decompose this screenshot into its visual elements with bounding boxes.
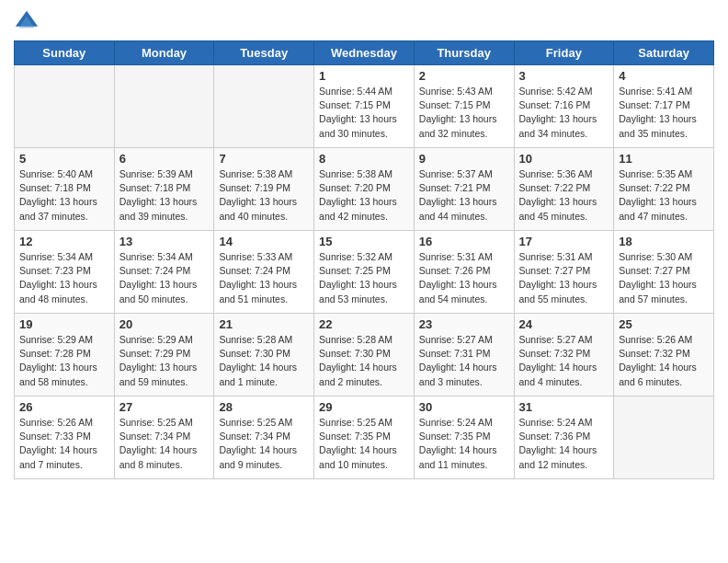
- calendar-cell: 6Sunrise: 5:39 AMSunset: 7:18 PMDaylight…: [114, 148, 214, 231]
- calendar-cell: [214, 65, 314, 148]
- day-info: Sunrise: 5:24 AMSunset: 7:35 PMDaylight:…: [419, 416, 509, 472]
- calendar-cell: 31Sunrise: 5:24 AMSunset: 7:36 PMDayligh…: [514, 396, 614, 479]
- day-number: 30: [419, 400, 509, 414]
- day-number: 9: [419, 152, 509, 166]
- calendar-cell: [15, 65, 115, 148]
- calendar-day-header: Friday: [514, 41, 614, 65]
- day-info: Sunrise: 5:26 AMSunset: 7:32 PMDaylight:…: [619, 333, 709, 389]
- calendar-day-header: Monday: [114, 41, 214, 65]
- day-info: Sunrise: 5:34 AMSunset: 7:24 PMDaylight:…: [119, 250, 210, 306]
- calendar-cell: [114, 65, 214, 148]
- day-number: 1: [319, 69, 409, 83]
- calendar-cell: 30Sunrise: 5:24 AMSunset: 7:35 PMDayligh…: [414, 396, 514, 479]
- day-info: Sunrise: 5:38 AMSunset: 7:20 PMDaylight:…: [319, 167, 409, 224]
- calendar-cell: 26Sunrise: 5:26 AMSunset: 7:33 PMDayligh…: [15, 396, 115, 479]
- logo-icon: [14, 9, 40, 35]
- day-info: Sunrise: 5:38 AMSunset: 7:19 PMDaylight:…: [219, 167, 309, 224]
- calendar-week-row: 26Sunrise: 5:26 AMSunset: 7:33 PMDayligh…: [15, 396, 714, 479]
- day-info: Sunrise: 5:33 AMSunset: 7:24 PMDaylight:…: [219, 250, 309, 306]
- day-number: 6: [119, 152, 210, 166]
- day-number: 10: [519, 152, 609, 166]
- day-info: Sunrise: 5:31 AMSunset: 7:26 PMDaylight:…: [419, 250, 509, 306]
- calendar-day-header: Saturday: [614, 41, 714, 65]
- day-number: 4: [619, 69, 709, 83]
- day-info: Sunrise: 5:25 AMSunset: 7:35 PMDaylight:…: [319, 416, 409, 472]
- day-info: Sunrise: 5:25 AMSunset: 7:34 PMDaylight:…: [119, 416, 210, 472]
- calendar-day-header: Wednesday: [314, 41, 415, 65]
- day-number: 17: [519, 235, 609, 248]
- day-number: 26: [19, 400, 109, 414]
- day-number: 22: [319, 317, 409, 331]
- day-info: Sunrise: 5:41 AMSunset: 7:17 PMDaylight:…: [619, 85, 709, 141]
- calendar-cell: 9Sunrise: 5:37 AMSunset: 7:21 PMDaylight…: [414, 148, 514, 231]
- calendar-day-header: Tuesday: [214, 41, 314, 65]
- day-info: Sunrise: 5:39 AMSunset: 7:18 PMDaylight:…: [119, 167, 210, 224]
- day-number: 31: [519, 400, 609, 414]
- calendar-week-row: 5Sunrise: 5:40 AMSunset: 7:18 PMDaylight…: [15, 148, 714, 231]
- calendar-cell: 17Sunrise: 5:31 AMSunset: 7:27 PMDayligh…: [514, 231, 614, 314]
- calendar-day-header: Sunday: [15, 41, 115, 65]
- day-number: 14: [219, 235, 309, 248]
- day-number: 12: [19, 235, 109, 248]
- calendar-cell: 16Sunrise: 5:31 AMSunset: 7:26 PMDayligh…: [414, 231, 514, 314]
- calendar-cell: 5Sunrise: 5:40 AMSunset: 7:18 PMDaylight…: [15, 148, 115, 231]
- day-info: Sunrise: 5:26 AMSunset: 7:33 PMDaylight:…: [19, 416, 109, 472]
- day-info: Sunrise: 5:44 AMSunset: 7:15 PMDaylight:…: [319, 85, 409, 141]
- calendar-cell: 2Sunrise: 5:43 AMSunset: 7:15 PMDaylight…: [414, 65, 514, 148]
- calendar-cell: 28Sunrise: 5:25 AMSunset: 7:34 PMDayligh…: [214, 396, 314, 479]
- calendar-cell: 18Sunrise: 5:30 AMSunset: 7:27 PMDayligh…: [614, 231, 714, 314]
- calendar-cell: 3Sunrise: 5:42 AMSunset: 7:16 PMDaylight…: [514, 65, 614, 148]
- calendar-cell: 13Sunrise: 5:34 AMSunset: 7:24 PMDayligh…: [114, 231, 214, 314]
- day-info: Sunrise: 5:32 AMSunset: 7:25 PMDaylight:…: [319, 250, 409, 306]
- day-info: Sunrise: 5:28 AMSunset: 7:30 PMDaylight:…: [219, 333, 309, 389]
- day-number: 20: [119, 317, 210, 331]
- day-info: Sunrise: 5:40 AMSunset: 7:18 PMDaylight:…: [19, 167, 109, 224]
- calendar-cell: 29Sunrise: 5:25 AMSunset: 7:35 PMDayligh…: [314, 396, 415, 479]
- day-number: 5: [19, 152, 109, 166]
- calendar-cell: [614, 396, 714, 479]
- calendar-cell: 20Sunrise: 5:29 AMSunset: 7:29 PMDayligh…: [114, 314, 214, 396]
- day-number: 2: [419, 69, 509, 83]
- calendar-body: 1Sunrise: 5:44 AMSunset: 7:15 PMDaylight…: [15, 65, 714, 479]
- day-info: Sunrise: 5:27 AMSunset: 7:32 PMDaylight:…: [519, 333, 609, 389]
- day-number: 21: [219, 317, 309, 331]
- day-number: 16: [419, 235, 509, 248]
- day-info: Sunrise: 5:37 AMSunset: 7:21 PMDaylight:…: [419, 167, 509, 224]
- calendar-cell: 23Sunrise: 5:27 AMSunset: 7:31 PMDayligh…: [414, 314, 514, 396]
- calendar-cell: 24Sunrise: 5:27 AMSunset: 7:32 PMDayligh…: [514, 314, 614, 396]
- calendar-cell: 10Sunrise: 5:36 AMSunset: 7:22 PMDayligh…: [514, 148, 614, 231]
- day-info: Sunrise: 5:27 AMSunset: 7:31 PMDaylight:…: [419, 333, 509, 389]
- day-info: Sunrise: 5:30 AMSunset: 7:27 PMDaylight:…: [619, 250, 709, 306]
- day-info: Sunrise: 5:36 AMSunset: 7:22 PMDaylight:…: [519, 167, 609, 224]
- calendar-cell: 27Sunrise: 5:25 AMSunset: 7:34 PMDayligh…: [114, 396, 214, 479]
- day-number: 23: [419, 317, 509, 331]
- calendar-header-row: SundayMondayTuesdayWednesdayThursdayFrid…: [15, 41, 714, 65]
- page-header: [14, 9, 714, 35]
- day-number: 13: [119, 235, 210, 248]
- calendar-cell: 11Sunrise: 5:35 AMSunset: 7:22 PMDayligh…: [614, 148, 714, 231]
- day-info: Sunrise: 5:24 AMSunset: 7:36 PMDaylight:…: [519, 416, 609, 472]
- calendar-cell: 15Sunrise: 5:32 AMSunset: 7:25 PMDayligh…: [314, 231, 415, 314]
- calendar-cell: 14Sunrise: 5:33 AMSunset: 7:24 PMDayligh…: [214, 231, 314, 314]
- day-info: Sunrise: 5:42 AMSunset: 7:16 PMDaylight:…: [519, 85, 609, 141]
- day-info: Sunrise: 5:35 AMSunset: 7:22 PMDaylight:…: [619, 167, 709, 224]
- calendar-week-row: 1Sunrise: 5:44 AMSunset: 7:15 PMDaylight…: [15, 65, 714, 148]
- day-number: 8: [319, 152, 409, 166]
- day-number: 11: [619, 152, 709, 166]
- calendar-cell: 25Sunrise: 5:26 AMSunset: 7:32 PMDayligh…: [614, 314, 714, 396]
- day-number: 25: [619, 317, 709, 331]
- calendar-cell: 12Sunrise: 5:34 AMSunset: 7:23 PMDayligh…: [15, 231, 115, 314]
- calendar-day-header: Thursday: [414, 41, 514, 65]
- day-info: Sunrise: 5:28 AMSunset: 7:30 PMDaylight:…: [319, 333, 409, 389]
- calendar-cell: 8Sunrise: 5:38 AMSunset: 7:20 PMDaylight…: [314, 148, 415, 231]
- day-number: 19: [19, 317, 109, 331]
- day-info: Sunrise: 5:31 AMSunset: 7:27 PMDaylight:…: [519, 250, 609, 306]
- calendar-week-row: 12Sunrise: 5:34 AMSunset: 7:23 PMDayligh…: [15, 231, 714, 314]
- day-number: 27: [119, 400, 210, 414]
- day-number: 28: [219, 400, 309, 414]
- calendar-cell: 21Sunrise: 5:28 AMSunset: 7:30 PMDayligh…: [214, 314, 314, 396]
- calendar-cell: 7Sunrise: 5:38 AMSunset: 7:19 PMDaylight…: [214, 148, 314, 231]
- calendar-cell: 1Sunrise: 5:44 AMSunset: 7:15 PMDaylight…: [314, 65, 415, 148]
- calendar-cell: 19Sunrise: 5:29 AMSunset: 7:28 PMDayligh…: [15, 314, 115, 396]
- calendar-week-row: 19Sunrise: 5:29 AMSunset: 7:28 PMDayligh…: [15, 314, 714, 396]
